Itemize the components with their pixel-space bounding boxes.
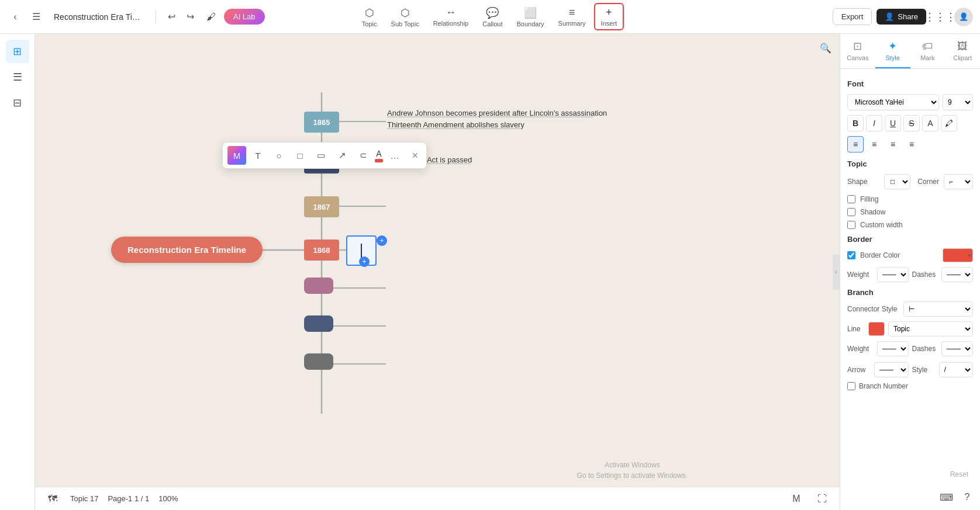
format-painter-button[interactable]: 🖌 (203, 9, 219, 25)
branch-weight-select[interactable]: —— (877, 341, 909, 356)
float-rounded-button[interactable]: ▭ (312, 146, 330, 165)
collapse-handle[interactable]: ‹ (833, 255, 840, 290)
export-button[interactable]: Export (833, 8, 872, 25)
underline-button[interactable]: U (885, 115, 901, 131)
border-weight-select[interactable]: —— (877, 267, 909, 282)
bold-button[interactable]: B (847, 115, 864, 131)
callout-tool[interactable]: 💬 Callout (477, 4, 508, 30)
strikethrough-button[interactable]: S (903, 115, 920, 131)
connector-style-select[interactable]: ⊢ (903, 301, 973, 317)
year-node-1868[interactable]: 1868 (304, 240, 339, 261)
float-link-button[interactable]: ↗ (333, 146, 351, 165)
highlight-button[interactable]: 🖍 (941, 115, 957, 131)
tab-canvas[interactable]: ⊡ Canvas (840, 34, 875, 68)
view-outline-button[interactable]: ☰ (6, 65, 29, 89)
central-node[interactable]: Reconstruction Era Timeline (111, 237, 263, 263)
float-subtopic-button[interactable]: ⊂ (354, 146, 372, 165)
shadow-row: Shadow (847, 208, 973, 216)
mark-tab-icon: 🏷 (922, 40, 933, 53)
add-handle-bottom[interactable]: + (359, 256, 370, 267)
user-avatar[interactable]: 👤 (954, 8, 973, 26)
back-button[interactable]: ‹ (7, 9, 23, 25)
arrow-select[interactable]: —— (874, 362, 909, 377)
border-color-swatch[interactable]: ▼ (943, 248, 973, 262)
grid-button[interactable]: ⋮⋮⋮ (931, 8, 950, 26)
redo-button[interactable]: ↪ (182, 9, 198, 25)
subtopic-tool[interactable]: ⬡ Sub Topic (385, 4, 425, 30)
topic-label: Topic (362, 20, 377, 27)
tab-style[interactable]: ✦ Style (875, 34, 910, 68)
format-row: B I U S A 🖍 (847, 115, 973, 131)
year-node-7[interactable] (304, 353, 333, 370)
style-select[interactable]: / (939, 362, 974, 377)
bottom-fullscreen-button[interactable]: ⛶ (814, 491, 830, 507)
align-center-button[interactable]: ≡ (866, 136, 882, 152)
corner-select[interactable]: ⌐ (944, 174, 973, 189)
insert-tool[interactable]: + Insert (594, 3, 624, 30)
panel-help-button[interactable]: ? (959, 489, 975, 505)
boundary-tool[interactable]: ⬜ Boundary (510, 4, 550, 30)
shadow-checkbox[interactable] (847, 208, 855, 216)
connector-style-row: Connector Style ⊢ (847, 301, 973, 317)
filling-checkbox[interactable] (847, 195, 855, 203)
menu-button[interactable]: ☰ (28, 9, 44, 25)
share-label: Share (898, 12, 918, 21)
line-topic-select[interactable]: Topic (888, 321, 973, 336)
tab-clipart[interactable]: 🖼 Clipart (945, 34, 980, 68)
bottom-mindmap-icon[interactable]: M (788, 491, 805, 507)
align-left-button[interactable]: ≡ (847, 136, 864, 152)
float-rect-button[interactable]: □ (291, 146, 309, 165)
branch-number-checkbox[interactable] (847, 382, 855, 390)
float-ai-button[interactable]: M (227, 146, 246, 165)
float-close-button[interactable]: ✕ (409, 149, 422, 162)
italic-button[interactable]: I (866, 115, 882, 131)
summary-tool[interactable]: ≡ Summary (553, 4, 592, 29)
style-tab-label: Style (885, 54, 899, 61)
float-text-button[interactable]: T (249, 146, 267, 165)
clipart-tab-label: Clipart (953, 54, 972, 61)
view-mindmap-button[interactable]: ⊞ (6, 40, 29, 63)
undo-button[interactable]: ↩ (163, 9, 180, 25)
summary-label: Summary (558, 20, 586, 27)
align-justify-button[interactable]: ≡ (903, 136, 920, 152)
style-label: Style (912, 366, 936, 374)
page-info: Page-1 1 / 1 (108, 494, 149, 503)
year-node-5[interactable] (304, 277, 333, 294)
branch-weight-label: Weight (847, 345, 874, 353)
custom-width-checkbox[interactable] (847, 221, 855, 229)
reset-button[interactable]: Reset (950, 470, 968, 478)
float-more-button[interactable]: … (385, 146, 404, 165)
border-weight-label: Weight (847, 270, 874, 279)
arrow-label: Arrow (847, 366, 871, 374)
font-color-button[interactable]: A (922, 115, 938, 131)
year-node-1867[interactable]: 1867 (304, 196, 339, 217)
year-node-6[interactable] (304, 315, 333, 332)
custom-width-row: Custom width (847, 221, 973, 229)
view-gantt-button[interactable]: ⊟ (6, 91, 29, 115)
border-dashes-select[interactable]: —— (941, 267, 973, 282)
canvas-search-button[interactable]: 🔍 (816, 39, 835, 57)
border-color-checkbox[interactable] (847, 251, 855, 259)
ai-lab-button[interactable]: AI Lab (224, 9, 265, 25)
branch-dashes-select[interactable]: —— (941, 341, 973, 356)
canvas-area[interactable]: Reconstruction Era Timeline 1865 1866 18… (35, 34, 840, 510)
main-area: ⊞ ☰ ⊟ Reconstruction Era Timeline (0, 34, 980, 510)
topic-tool[interactable]: ⬡ Topic (356, 4, 383, 30)
relationship-tool[interactable]: ↔ Relationship (427, 4, 475, 29)
shape-select[interactable]: □ (884, 174, 910, 189)
line-color-swatch[interactable] (868, 322, 885, 336)
align-right-button[interactable]: ≡ (885, 136, 901, 152)
add-handle-right[interactable]: + (377, 235, 387, 246)
panel-keyboard-button[interactable]: ⌨ (938, 489, 954, 505)
subtopic-icon: ⬡ (401, 6, 410, 19)
float-color-letter: A (376, 149, 381, 158)
float-circle-button[interactable]: ○ (270, 146, 288, 165)
filling-row: Filling (847, 195, 973, 203)
font-family-select[interactable]: Microsoft YaHei (847, 94, 939, 110)
bottom-map-button[interactable]: 🗺 (44, 491, 61, 507)
share-button[interactable]: 👤 Share (877, 9, 926, 25)
tab-mark[interactable]: 🏷 Mark (910, 34, 946, 68)
float-color-button[interactable]: A (375, 149, 383, 162)
year-node-1865[interactable]: 1865 (304, 112, 339, 133)
font-size-select[interactable]: 9 (943, 94, 973, 110)
